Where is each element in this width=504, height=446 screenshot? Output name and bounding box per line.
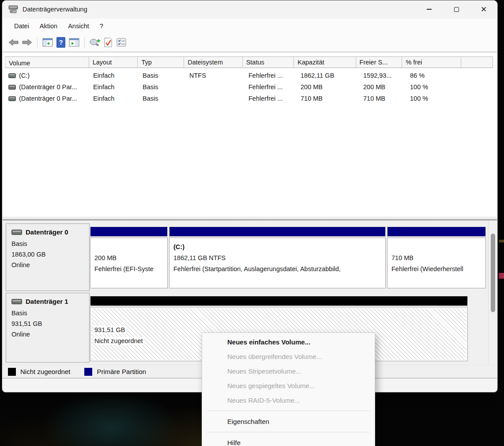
partition-label: [391, 241, 481, 253]
menu-item-hilfe[interactable]: Hilfe: [202, 435, 375, 446]
column-header-kapazitaet[interactable]: Kapazität: [294, 57, 356, 68]
partition-efi[interactable]: 200 MB Fehlerfrei (EFI-Syste: [90, 227, 168, 288]
column-header-empty[interactable]: [461, 57, 493, 68]
menubar: Datei Aktion Ansicht ?: [3, 19, 497, 33]
column-header-volume[interactable]: Volume: [5, 57, 89, 68]
cell-kapazitaet: 710 MB: [297, 95, 360, 102]
volume-icon: [8, 73, 16, 78]
cell-status: Fehlerfrei ...: [245, 72, 297, 79]
partition-label: [94, 310, 463, 325]
cell-layout: Einfach: [90, 83, 139, 91]
disk-status: Online: [11, 260, 89, 270]
menu-item-neues-einfaches-volume[interactable]: Neues einfaches Volume...: [202, 335, 375, 349]
pane-splitter[interactable]: [3, 216, 497, 220]
partition-color-strip: [90, 227, 168, 237]
column-header-freier-speicher[interactable]: Freier S...: [356, 57, 402, 68]
cell-layout: Einfach: [90, 95, 139, 102]
cell-freier-speicher: 710 MB: [360, 95, 406, 102]
volume-name: (Datenträger 0 Par...: [19, 83, 77, 91]
cell-freier-speicher: 200 MB: [360, 83, 406, 91]
menu-item-neues-stripesetvolume: Neues Stripesetvolume...: [202, 364, 375, 378]
volume-icon: [8, 85, 16, 90]
partition-size: 710 MB: [391, 253, 481, 264]
menu-ansicht[interactable]: Ansicht: [63, 21, 94, 31]
show-console-tree-button[interactable]: [41, 36, 54, 49]
rescan-disks-button[interactable]: [88, 36, 102, 49]
disk-size: 931,51 GB: [11, 318, 89, 329]
app-icon: [8, 5, 18, 14]
table-row[interactable]: (Datenträger 0 Par... Einfach Basis Fehl…: [5, 93, 493, 104]
help-button[interactable]: ?: [54, 36, 68, 49]
partition-status: Fehlerfrei (EFI-Syste: [94, 264, 163, 275]
close-button[interactable]: ✕: [470, 0, 497, 18]
checklist-icon: [117, 38, 126, 47]
console-tree-icon: [42, 38, 53, 47]
column-header-typ[interactable]: Typ: [138, 57, 184, 68]
menu-item-neues-raid5-volume: Neues RAID-5-Volume...: [202, 393, 375, 408]
menu-help[interactable]: ?: [94, 21, 109, 31]
desktop-artifact: [499, 273, 504, 279]
cell-status: Fehlerfrei ...: [245, 83, 297, 91]
cell-kapazitaet: 200 MB: [297, 83, 360, 91]
partition-label: [94, 241, 163, 253]
minimize-icon: [427, 9, 432, 9]
partition-status: Fehlerfrei (Startpartition, Auslagerungs…: [173, 264, 381, 275]
back-button[interactable]: [7, 36, 20, 49]
help-icon: ?: [56, 37, 65, 48]
column-header-dateisystem[interactable]: Dateisystem: [184, 57, 242, 68]
context-menu: Neues einfaches Volume... Neues übergrei…: [202, 333, 375, 446]
disk-1-label-panel[interactable]: Datenträger 1 Basis 931,51 GB Online: [6, 293, 90, 363]
menu-separator: [207, 432, 370, 432]
menu-item-eigenschaften[interactable]: Eigenschaften: [202, 414, 375, 429]
toolbar-separator: [84, 37, 85, 48]
toolbar-separator: [37, 37, 38, 48]
magnifier-plus-icon: [89, 38, 101, 46]
disk-name: Datenträger 1: [26, 298, 68, 305]
legend-swatch-primary: [84, 368, 92, 376]
titlebar[interactable]: Datenträgerverwaltung ✕: [2, 0, 497, 18]
cell-layout: Einfach: [90, 72, 139, 79]
column-header-layout[interactable]: Layout: [89, 57, 138, 68]
cell-prozent-frei: 86 %: [406, 72, 466, 79]
disk-type: Basis: [11, 238, 89, 249]
minimize-button[interactable]: [415, 0, 443, 18]
cell-kapazitaet: 1862,11 GB: [297, 72, 360, 79]
partition-status: Fehlerfrei (Wiederherstell: [391, 264, 481, 275]
cell-typ: Basis: [139, 72, 186, 79]
cell-dateisystem: NTFS: [186, 72, 245, 79]
volume-name: (C:): [19, 72, 30, 79]
show-action-pane-button[interactable]: [68, 36, 81, 49]
partition-recovery[interactable]: 710 MB Fehlerfrei (Wiederherstell: [387, 227, 486, 288]
checklist-button[interactable]: [115, 36, 128, 49]
volume-list-header: Volume Layout Typ Dateisystem Status Kap…: [5, 57, 493, 68]
cell-prozent-frei: 100 %: [406, 83, 466, 91]
cell-prozent-frei: 100 %: [406, 95, 466, 102]
forward-button[interactable]: [20, 36, 34, 49]
partition-color-strip: [169, 227, 386, 237]
volume-name: (Datenträger 0 Par...: [19, 95, 77, 102]
disk-type: Basis: [11, 308, 89, 318]
close-icon: ✕: [481, 6, 487, 13]
check-document-button[interactable]: [102, 36, 115, 49]
toolbar: ?: [3, 33, 497, 52]
menu-aktion[interactable]: Aktion: [34, 21, 63, 31]
menu-datei[interactable]: Datei: [9, 21, 34, 31]
desktop-artifact: [499, 240, 504, 242]
legend-label: Nicht zugeordnet: [20, 368, 70, 375]
vertical-scrollbar[interactable]: [491, 234, 495, 312]
cell-typ: Basis: [139, 83, 186, 91]
table-row[interactable]: (Datenträger 0 Par... Einfach Basis Fehl…: [5, 81, 493, 93]
partition-size: 1862,11 GB NTFS: [173, 253, 381, 264]
maximize-button[interactable]: [443, 0, 470, 18]
volume-icon: [8, 96, 16, 101]
column-header-prozent-frei[interactable]: % frei: [402, 57, 461, 68]
volume-list: Volume Layout Typ Dateisystem Status Kap…: [3, 52, 497, 216]
partition-color-strip: [387, 227, 486, 237]
maximize-icon: [454, 7, 459, 12]
partition-c[interactable]: (C:) 1862,11 GB NTFS Fehlerfrei (Startpa…: [169, 227, 386, 288]
disk-0-label-panel[interactable]: Datenträger 0 Basis 1863,00 GB Online: [6, 223, 90, 291]
table-row[interactable]: (C:) Einfach Basis NTFS Fehlerfrei ... 1…: [5, 70, 493, 81]
disk-icon: [11, 299, 22, 305]
column-header-status[interactable]: Status: [243, 57, 294, 68]
forward-arrow-icon: [22, 39, 32, 46]
